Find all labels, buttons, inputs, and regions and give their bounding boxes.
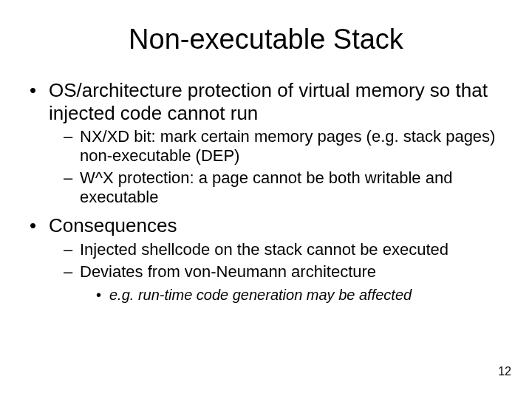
subsub-bullet-item: e.g. run-time code generation may be aff… (96, 286, 499, 304)
bullet-list: OS/architecture protection of virtual me… (27, 79, 505, 304)
sub-bullet-text: Deviates from von-Neumann architecture (80, 262, 376, 281)
bullet-item: Consequences Injected shellcode on the s… (30, 214, 499, 304)
sub-bullet-text: NX/XD bit: mark certain memory pages (e.… (80, 127, 495, 165)
sub-bullet-item: Deviates from von-Neumann architecture e… (64, 262, 499, 304)
sub-bullet-text: Injected shellcode on the stack cannot b… (80, 240, 449, 259)
sub-bullet-list: NX/XD bit: mark certain memory pages (e.… (49, 127, 499, 207)
slide-title: Non-executable Stack (27, 24, 505, 55)
slide: Non-executable Stack OS/architecture pro… (0, 0, 532, 399)
sub-bullet-item: NX/XD bit: mark certain memory pages (e.… (64, 127, 499, 166)
sub-bullet-item: W^X protection: a page cannot be both wr… (64, 168, 499, 207)
sub-bullet-list: Injected shellcode on the stack cannot b… (49, 240, 499, 304)
page-number: 12 (498, 365, 511, 378)
sub-bullet-text: W^X protection: a page cannot be both wr… (80, 168, 452, 206)
bullet-item: OS/architecture protection of virtual me… (30, 79, 499, 207)
subsub-bullet-text: e.g. run-time code generation may be aff… (109, 287, 412, 303)
subsub-bullet-list: e.g. run-time code generation may be aff… (80, 286, 499, 304)
bullet-text: OS/architecture protection of virtual me… (49, 79, 488, 124)
bullet-text: Consequences (49, 214, 177, 236)
sub-bullet-item: Injected shellcode on the stack cannot b… (64, 240, 499, 259)
